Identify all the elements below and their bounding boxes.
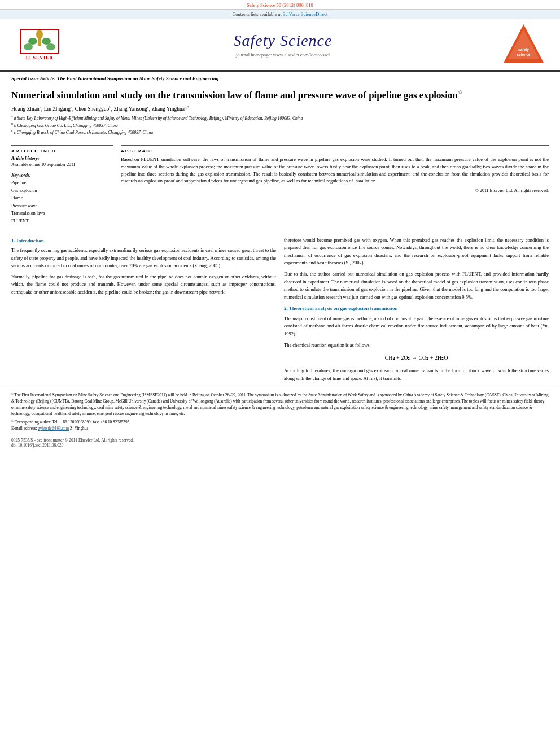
- intro-heading: 1. Introduction: [11, 237, 276, 244]
- content-lists-bar: Contents lists available at SciVerse Sci…: [0, 10, 560, 19]
- abstract-text: Based on FLUENT simulation software, the…: [121, 156, 549, 185]
- svg-point-3: [28, 38, 37, 45]
- section2-para2: The chemical reaction equation is as fol…: [284, 342, 549, 350]
- article-info-label: ARTICLE INFO: [11, 148, 113, 154]
- sciverse-link[interactable]: SciVerse ScienceDirect: [283, 11, 328, 17]
- keyword-pressure-wave: Pressure wave: [11, 202, 113, 210]
- top-banner: Safety Science 50 (2012) 806–810: [0, 0, 560, 10]
- article-star-sup: ☆: [458, 89, 463, 95]
- keyword-gas-explosion: Gas explosion: [11, 187, 113, 195]
- available-online: Available online 10 September 2011: [11, 162, 113, 168]
- keyword-fluent: FLUENT: [11, 217, 113, 225]
- article-info-box: ARTICLE INFO Article history: Available …: [11, 145, 113, 225]
- elsevier-text: ELSEVIER: [26, 55, 53, 60]
- affiliation-b: b b Chongqing Gas Group Co. Ltd., Chongq…: [11, 121, 549, 129]
- abstract-box: ABSTRACT Based on FLUENT simulation soft…: [121, 145, 549, 193]
- footnote-corresponding: * Corresponding author. Tel.: +86 130200…: [11, 420, 549, 426]
- authors-line: Huang Zhiana, Liu Zhiganga, Chen Shenggu…: [11, 105, 549, 112]
- elsevier-logo-box: [20, 29, 59, 54]
- safety-science-logo-section: safety science: [498, 23, 549, 65]
- safety-science-triangle-icon: safety science: [502, 23, 545, 65]
- keyword-transmission-laws: Transmission laws: [11, 209, 113, 217]
- journal-header: ELSEVIER Safety Science journal homepage…: [0, 19, 560, 71]
- keyword-flame: Flame: [11, 194, 113, 202]
- elsevier-logo: ELSEVIER: [11, 29, 68, 60]
- keywords-section: Keywords: Pipeline Gas explosion Flame P…: [11, 173, 113, 225]
- elsevier-tree-icon: [23, 30, 56, 53]
- affiliation-a: a a State Key Laboratory of High-Efficie…: [11, 114, 549, 121]
- chemical-equation: CH₄ + 2O₂ → CO₂ + 2H₂O: [284, 353, 549, 362]
- right-para1: therefore would become premixed gas with…: [284, 237, 549, 267]
- keywords-label: Keywords:: [11, 173, 113, 178]
- svg-point-1: [36, 30, 43, 39]
- intro-para1: The frequently occurring gas accidents, …: [11, 247, 276, 270]
- issn-line: 0925-7535/$ – see front matter © 2011 El…: [11, 438, 549, 443]
- journal-title: Safety Science: [68, 32, 498, 50]
- article-info-column: ARTICLE INFO Article history: Available …: [11, 145, 113, 230]
- section2-para1: The major constituent of mine gas is met…: [284, 315, 549, 338]
- svg-text:safety: safety: [518, 47, 529, 52]
- body-right-column: therefore would become premixed gas with…: [284, 237, 549, 386]
- abstract-label: ABSTRACT: [121, 148, 549, 154]
- special-issue-label: Special Issue Article: The First Interna…: [11, 76, 549, 81]
- email-link[interactable]: zyhusth@163.com: [38, 426, 69, 431]
- content-lists-text: Contents lists available at: [233, 11, 283, 17]
- article-main-title: Numerical simulation and study on the tr…: [11, 89, 549, 102]
- section2-para3: According to literatures, the undergroun…: [284, 367, 549, 382]
- author-huang: Huang Zhiana, Liu Zhiganga, Chen Shenggu…: [11, 106, 189, 112]
- article-info-abstract-row: ARTICLE INFO Article history: Available …: [0, 139, 560, 230]
- footnote-divider: [11, 390, 549, 390]
- svg-point-6: [46, 43, 55, 50]
- footnote-star-note: * The First International Symposium on M…: [11, 392, 549, 417]
- right-para2: Due to this, the author carried out nume…: [284, 270, 549, 301]
- copyright-line: © 2011 Elsevier Ltd. All rights reserved…: [121, 188, 549, 193]
- svg-rect-2: [38, 38, 41, 46]
- special-issue-bar: Special Issue Article: The First Interna…: [0, 72, 560, 84]
- footnote-email: E-mail address: zyhusth@163.com Z. Yingh…: [11, 426, 549, 432]
- journal-title-center: Safety Science journal homepage: www.els…: [68, 32, 498, 58]
- elsevier-logo-section: ELSEVIER: [11, 29, 68, 60]
- affiliations: a a State Key Laboratory of High-Efficie…: [11, 114, 549, 136]
- section2-heading: 2. Theoretical analysis on gas explosion…: [284, 304, 549, 312]
- affiliation-c: c c Chongqing Branch of China Coal Resea…: [11, 128, 549, 136]
- journal-homepage: journal homepage: www.elsevier.com/locat…: [68, 52, 498, 58]
- doi-line: doi:10.1016/j.ssci.2011.08.029: [11, 443, 549, 448]
- journal-citation: Safety Science 50 (2012) 806–810: [247, 2, 313, 8]
- svg-point-5: [24, 43, 33, 50]
- body-text-section: 1. Introduction The frequently occurring…: [0, 231, 560, 386]
- keyword-pipeline: Pipeline: [11, 179, 113, 187]
- article-title-text: Numerical simulation and study on the tr…: [11, 90, 458, 101]
- article-title-section: Numerical simulation and study on the tr…: [0, 84, 560, 139]
- intro-para2: Normally, pipeline for gas drainage is s…: [11, 273, 276, 296]
- body-left-column: 1. Introduction The frequently occurring…: [11, 237, 276, 386]
- svg-point-4: [42, 38, 51, 45]
- article-history-label: Article history:: [11, 156, 113, 161]
- abstract-column: ABSTRACT Based on FLUENT simulation soft…: [121, 145, 549, 230]
- bottom-ids: 0925-7535/$ – see front matter © 2011 El…: [0, 435, 560, 450]
- svg-text:science: science: [517, 53, 530, 56]
- footnote-section: * The First International Symposium on M…: [0, 386, 560, 435]
